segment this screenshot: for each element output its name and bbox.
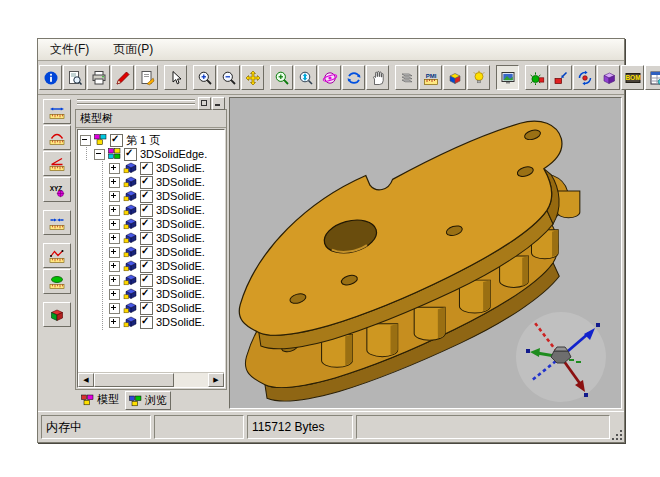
collapse-icon[interactable] [80, 135, 91, 146]
tree-node-solid[interactable]: 3DSolidE. [78, 217, 224, 231]
solid-box-button[interactable] [597, 65, 620, 90]
orbit-button[interactable] [318, 65, 341, 90]
measure-area-icon [49, 274, 65, 290]
scroll-left-arrow[interactable]: ◀ [78, 373, 94, 387]
view-mode-button[interactable] [496, 65, 519, 90]
expand-icon[interactable] [109, 261, 120, 272]
expand-icon[interactable] [109, 289, 120, 300]
page-edit-button[interactable] [135, 65, 158, 90]
spin-button[interactable] [342, 65, 365, 90]
explode-button[interactable] [525, 65, 548, 90]
print-button[interactable] [87, 65, 110, 90]
panel-restore-button[interactable] [198, 97, 211, 110]
tree-node-solid[interactable]: 3DSolidE. [78, 189, 224, 203]
measure-coordinate-button[interactable]: XYZ [43, 177, 71, 202]
resize-grip[interactable] [611, 429, 623, 441]
light-button[interactable] [467, 65, 490, 90]
node-checkbox[interactable] [124, 148, 137, 161]
rotate-part-button[interactable] [573, 65, 596, 90]
layers-button[interactable] [395, 65, 418, 90]
panel-gripper[interactable] [75, 97, 227, 109]
tree-node-solid[interactable]: 3DSolidE. [78, 301, 224, 315]
viewport-3d[interactable] [229, 97, 622, 409]
node-checkbox[interactable] [110, 134, 123, 147]
expand-icon[interactable] [109, 303, 120, 314]
report-button[interactable] [645, 65, 660, 90]
measure-distance-button[interactable] [43, 210, 71, 235]
menu-page[interactable]: 页面(P) [111, 40, 155, 59]
expand-icon[interactable] [109, 163, 120, 174]
collapse-icon[interactable] [94, 149, 105, 160]
node-checkbox[interactable] [140, 288, 153, 301]
expand-icon[interactable] [109, 205, 120, 216]
pmi-button[interactable]: PMI [419, 65, 442, 90]
scroll-right-arrow[interactable]: ▶ [208, 373, 224, 387]
tree-node-solid[interactable]: 3DSolidE. [78, 259, 224, 273]
view-cube-button[interactable] [443, 65, 466, 90]
tree-node-solid[interactable]: 3DSolidE. [78, 287, 224, 301]
expand-icon[interactable] [109, 191, 120, 202]
expand-icon[interactable] [109, 219, 120, 230]
zoom-window-icon [274, 70, 290, 86]
orientation-triad[interactable] [513, 309, 609, 405]
tree-node-solid[interactable]: 3DSolidE. [78, 273, 224, 287]
print-preview-button[interactable] [63, 65, 86, 90]
expand-icon[interactable] [109, 317, 120, 328]
zoom-out-button[interactable] [217, 65, 240, 90]
tree-node-solid[interactable]: 3DSolidE. [78, 231, 224, 245]
node-checkbox[interactable] [140, 274, 153, 287]
light-icon [471, 70, 487, 86]
expand-icon[interactable] [109, 177, 120, 188]
panel-hide-button[interactable] [212, 97, 225, 110]
pan-move-button[interactable] [241, 65, 264, 90]
measure-length-button[interactable] [43, 99, 71, 124]
node-checkbox[interactable] [140, 190, 153, 203]
measure-volume-button[interactable] [43, 302, 71, 327]
scroll-thumb[interactable] [94, 373, 174, 387]
menu-file[interactable]: 文件(F) [48, 40, 91, 59]
tree-connector [102, 158, 103, 330]
measure-angle-button[interactable] [43, 151, 71, 176]
node-checkbox[interactable] [140, 302, 153, 315]
tree-tabs: 模型 浏览 [75, 390, 227, 409]
model-tree-panel: 模型树 第 1 页 [75, 97, 227, 409]
tree-node-label: 3DSolidE. [156, 246, 205, 258]
node-checkbox[interactable] [140, 316, 153, 329]
node-checkbox[interactable] [140, 204, 153, 217]
node-checkbox[interactable] [140, 260, 153, 273]
pan-hand-button[interactable] [366, 65, 389, 90]
expand-icon[interactable] [109, 247, 120, 258]
tree-node-solid[interactable]: 3DSolidE. [78, 161, 224, 175]
tree-node-assembly[interactable]: 3DSolidEdge. [78, 147, 224, 161]
tree-node-label: 3DSolidE. [156, 218, 205, 230]
zoom-window-button[interactable] [270, 65, 293, 90]
select-cursor-button[interactable] [164, 65, 187, 90]
tree-horizontal-scrollbar[interactable]: ◀ ▶ [78, 372, 224, 387]
node-checkbox[interactable] [140, 218, 153, 231]
zoom-dynamic-button[interactable] [294, 65, 317, 90]
tree-node-solid[interactable]: 3DSolidE. [78, 203, 224, 217]
node-checkbox[interactable] [140, 232, 153, 245]
node-checkbox[interactable] [140, 162, 153, 175]
measure-distance-icon [49, 215, 65, 231]
tree-node-solid[interactable]: 3DSolidE. [78, 245, 224, 259]
move-part-button[interactable] [549, 65, 572, 90]
measure-area-button[interactable] [43, 269, 71, 294]
info-button[interactable] [39, 65, 62, 90]
expand-icon[interactable] [109, 233, 120, 244]
tab-model[interactable]: 模型 [78, 391, 122, 408]
markup-pen-button[interactable] [111, 65, 134, 90]
expand-icon[interactable] [109, 275, 120, 286]
tree-rows: 第 1 页 3DSolidEdge. 3DSolidE. 3DSolidE. 3… [78, 130, 224, 372]
tree-node-solid[interactable]: 3DSolidE. [78, 175, 224, 189]
zoom-in-button[interactable] [193, 65, 216, 90]
tree-node-page[interactable]: 第 1 页 [78, 133, 224, 147]
node-checkbox[interactable] [140, 246, 153, 259]
measure-curve-button[interactable] [43, 243, 71, 268]
bom-button[interactable]: BOM [621, 65, 644, 90]
solid-node-icon [123, 260, 137, 272]
measure-arc-button[interactable] [43, 125, 71, 150]
node-checkbox[interactable] [140, 176, 153, 189]
tree-node-solid[interactable]: 3DSolidE. [78, 315, 224, 329]
tab-browse[interactable]: 浏览 [125, 391, 171, 410]
